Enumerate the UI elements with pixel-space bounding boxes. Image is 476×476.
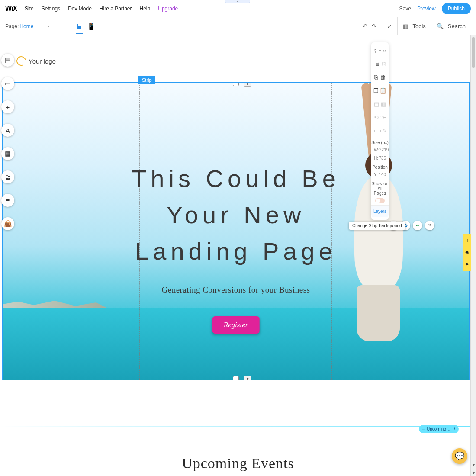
hero-subtitle[interactable]: Generating Conversions for your Business bbox=[3, 285, 469, 295]
blog-panel-button[interactable]: ✒ bbox=[1, 194, 14, 207]
menu-devmode[interactable]: Dev Mode bbox=[68, 6, 92, 12]
show-on-all-label: Show on All Pages bbox=[371, 179, 389, 196]
paste-prop-icon[interactable]: 📋 bbox=[380, 87, 386, 94]
menu-site[interactable]: Site bbox=[25, 6, 34, 12]
y-value[interactable]: 140 bbox=[379, 172, 386, 177]
duplicate-prop-icon[interactable]: ⎘ bbox=[374, 74, 378, 80]
upcoming-badge-text: Upcoming… bbox=[427, 427, 450, 431]
logo-swirl-icon bbox=[15, 55, 28, 68]
size-section-title: Size (px) bbox=[371, 138, 389, 146]
preview-button[interactable]: Preview bbox=[417, 6, 436, 12]
left-toolbar: ▤ ▭ + A ▦ 🗂 ✒ 👜 bbox=[1, 54, 14, 230]
desktop-prop-icon[interactable]: 🖥 bbox=[374, 61, 380, 67]
desktop-icon[interactable]: 🖥 bbox=[76, 23, 83, 34]
dist-v-icon[interactable]: ≋ bbox=[382, 128, 387, 134]
save-button[interactable]: Save bbox=[399, 6, 411, 12]
w-label: W: bbox=[374, 148, 379, 152]
editor-toolbar: Page: Home ▾ 🖥 📱 ↶ ↷ ⤢ ▥ Tools 🔍 Search bbox=[0, 17, 476, 35]
facebook-icon[interactable]: f bbox=[466, 238, 468, 243]
panel-help-icon[interactable]: ? bbox=[374, 48, 376, 54]
hero-line1: This Could Be bbox=[3, 161, 469, 197]
device-switcher: 🖥 📱 bbox=[71, 17, 100, 35]
tools-icon: ▥ bbox=[403, 23, 408, 29]
selection-label[interactable]: Strip bbox=[138, 76, 155, 84]
chevron-down-icon: ▾ bbox=[47, 24, 49, 29]
zoom-out-icon[interactable]: ⤢ bbox=[387, 23, 392, 29]
menu-help[interactable]: Help bbox=[140, 6, 151, 12]
scroll-down-icon[interactable]: ▾ bbox=[471, 463, 476, 467]
tools-label: Tools bbox=[412, 23, 425, 29]
upcoming-events-title[interactable]: Upcoming Events bbox=[0, 455, 476, 472]
editor-canvas[interactable]: ▤ ▭ + A ▦ 🗂 ✒ 👜 Your logo Strip This Cou… bbox=[0, 35, 476, 476]
flip-icon[interactable]: °F bbox=[380, 114, 386, 121]
top-menu: Site Settings Dev Mode Hire a Partner He… bbox=[25, 6, 178, 12]
undo-icon[interactable]: ↶ bbox=[363, 23, 367, 29]
site-logo-text: Your logo bbox=[29, 58, 56, 65]
panel-close-icon[interactable]: × bbox=[383, 48, 386, 54]
h-label: H: bbox=[374, 156, 378, 161]
media-panel-button[interactable]: 🗂 bbox=[1, 170, 14, 183]
instagram-icon[interactable]: ◉ bbox=[465, 249, 470, 255]
position-section-title: Position bbox=[371, 162, 389, 170]
hero-strip[interactable]: This Could Be Your New Landing Page Gene… bbox=[2, 82, 470, 380]
search-button[interactable]: 🔍 Search bbox=[431, 17, 471, 35]
menu-upgrade[interactable]: Upgrade bbox=[158, 6, 178, 12]
stretch-handle-bottom[interactable]: ⇕ bbox=[244, 376, 251, 380]
youtube-icon[interactable]: ▶ bbox=[466, 261, 469, 267]
anchor-icon: ⎓ bbox=[422, 427, 425, 431]
help-action-icon[interactable]: ? bbox=[425, 221, 434, 230]
align-l-icon[interactable]: ▤ bbox=[374, 101, 379, 107]
scrollbar-thumb[interactable] bbox=[472, 37, 475, 68]
w-value[interactable]: 2219 bbox=[379, 148, 389, 152]
site-logo-area[interactable]: Your logo bbox=[16, 56, 56, 66]
resize-handle-top[interactable] bbox=[233, 82, 239, 86]
page-selector[interactable]: Page: Home ▾ bbox=[5, 23, 67, 29]
theme-panel-button[interactable]: A bbox=[1, 124, 14, 137]
background-panel-button[interactable]: ▭ bbox=[1, 77, 14, 90]
search-icon: 🔍 bbox=[437, 23, 444, 29]
upcoming-anchor-badge[interactable]: ⎓ Upcoming… ⠿ bbox=[419, 425, 459, 433]
rotate-icon[interactable]: ⟲ bbox=[374, 114, 379, 121]
y-label: Y: bbox=[374, 172, 378, 177]
h-value[interactable]: 735 bbox=[379, 156, 386, 161]
panel-drag-icon[interactable]: ≡ bbox=[379, 48, 381, 54]
stretch-handle-top[interactable]: ⇕ bbox=[244, 82, 251, 87]
hero-line3: Landing Page bbox=[3, 233, 469, 270]
search-label: Search bbox=[448, 23, 466, 29]
apps-panel-button[interactable]: ▦ bbox=[1, 147, 14, 160]
strip-action-tooltip: Change Strip Background bbox=[349, 222, 405, 230]
mobile-icon[interactable]: 📱 bbox=[87, 22, 96, 30]
stretch-action-icon[interactable]: ↔ bbox=[413, 221, 422, 230]
pages-panel-button[interactable]: ▤ bbox=[1, 54, 14, 67]
help-fab[interactable]: 💬 bbox=[452, 448, 467, 464]
redo-icon[interactable]: ↷ bbox=[372, 23, 376, 29]
social-bar: f ◉ ▶ bbox=[463, 234, 471, 271]
wix-logo[interactable]: WiX bbox=[5, 5, 17, 13]
section-divider bbox=[0, 426, 476, 427]
menu-settings[interactable]: Settings bbox=[42, 6, 60, 12]
publish-button[interactable]: Publish bbox=[442, 3, 471, 14]
menu-hire[interactable]: Hire a Partner bbox=[100, 6, 132, 12]
resize-handle-bottom[interactable] bbox=[233, 376, 239, 380]
copy2-prop-icon[interactable]: ❐ bbox=[373, 87, 379, 94]
properties-panel[interactable]: ? ≡ × 🖥⎘ ⎘🗑 ❐📋 ▤▥ ⟲°F ⟷≋ Size (px) W:221… bbox=[371, 42, 389, 220]
tools-button[interactable]: ▥ Tools bbox=[397, 17, 431, 35]
undo-redo-group: ↶ ↷ bbox=[357, 17, 382, 35]
delete-prop-icon[interactable]: 🗑 bbox=[380, 74, 386, 80]
copy-prop-icon[interactable]: ⎘ bbox=[382, 61, 386, 67]
layers-button[interactable]: Layers bbox=[371, 205, 389, 217]
url-bar-collapse[interactable]: × bbox=[225, 0, 250, 3]
hero-title[interactable]: This Could Be Your New Landing Page bbox=[3, 161, 469, 270]
dist-h-icon[interactable]: ⟷ bbox=[373, 128, 382, 134]
page-value: Home bbox=[19, 23, 33, 29]
show-on-all-toggle[interactable] bbox=[375, 198, 385, 203]
add-panel-button[interactable]: + bbox=[1, 100, 14, 113]
register-button[interactable]: Register bbox=[212, 316, 260, 334]
scroll-down2-icon[interactable]: ▾ bbox=[471, 470, 476, 475]
grip-icon: ⠿ bbox=[452, 427, 455, 431]
align-r-icon[interactable]: ▥ bbox=[381, 101, 386, 107]
store-panel-button[interactable]: 👜 bbox=[1, 217, 14, 230]
page-label: Page: bbox=[5, 23, 19, 29]
